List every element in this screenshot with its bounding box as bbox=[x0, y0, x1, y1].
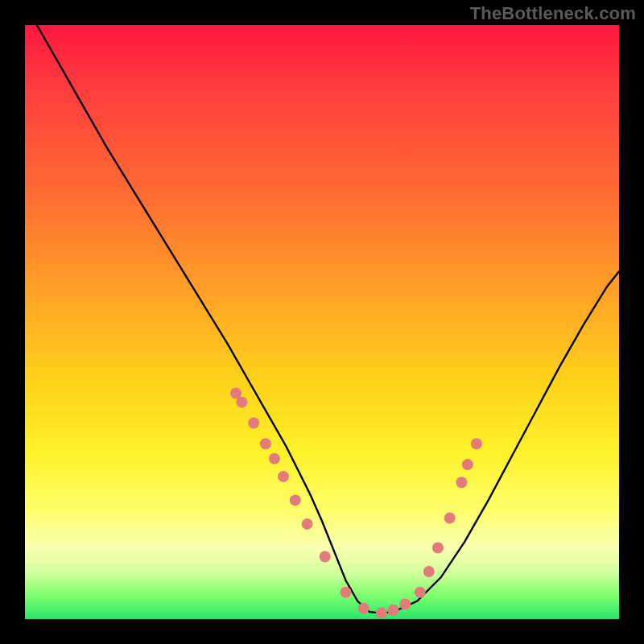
sample-point bbox=[376, 608, 387, 619]
sample-point bbox=[358, 603, 369, 614]
chart-overlay bbox=[25, 25, 619, 619]
sample-point bbox=[341, 587, 352, 598]
sample-point bbox=[432, 542, 444, 553]
sample-point bbox=[462, 459, 473, 470]
sample-point bbox=[248, 417, 259, 428]
sample-point bbox=[415, 587, 426, 598]
sample-point bbox=[269, 453, 280, 464]
sample-point bbox=[320, 551, 331, 563]
sample-point bbox=[444, 513, 456, 524]
sample-point bbox=[278, 471, 289, 482]
sample-points-group bbox=[230, 388, 482, 619]
sample-point bbox=[456, 477, 467, 488]
sample-point bbox=[236, 397, 247, 408]
sample-point bbox=[423, 566, 435, 577]
sample-point bbox=[399, 599, 411, 610]
sample-point bbox=[290, 494, 301, 506]
sample-point bbox=[302, 518, 313, 530]
watermark-text: TheBottleneck.com bbox=[470, 3, 636, 24]
sample-point bbox=[260, 438, 271, 449]
sample-point bbox=[388, 605, 399, 616]
sample-point bbox=[471, 438, 482, 449]
bottleneck-curve bbox=[37, 25, 619, 613]
chart-frame: TheBottleneck.com bbox=[0, 0, 644, 644]
